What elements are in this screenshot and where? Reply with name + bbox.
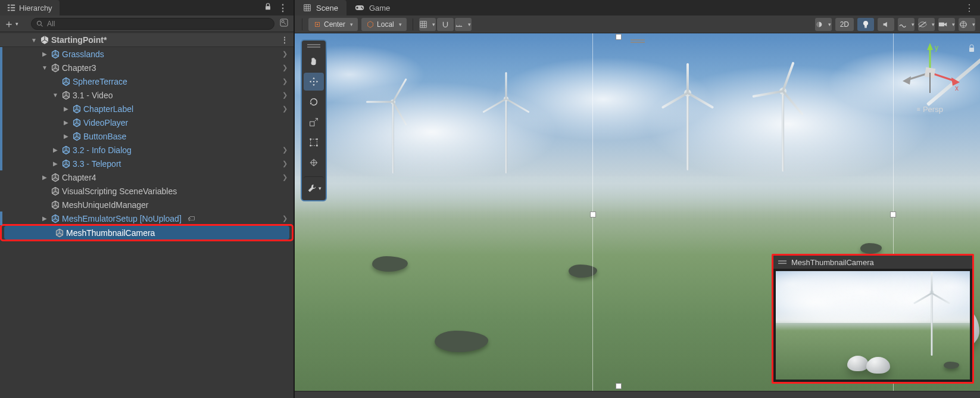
expand-arrow[interactable]: ▼: [40, 64, 49, 71]
scene-menu-icon[interactable]: ⋮: [280, 35, 289, 45]
svg-line-11: [284, 23, 286, 24]
tab-scene[interactable]: Scene: [295, 0, 347, 15]
hierarchy-tree[interactable]: ▼ StartingPoint* ⋮ ▶Grasslands❯▼Chapter3…: [0, 32, 294, 398]
expand-arrow[interactable]: ▼: [51, 92, 60, 98]
override-marker: [0, 129, 2, 143]
move-tool[interactable]: [304, 73, 324, 91]
wind-turbine-large: [967, 33, 980, 266]
scene-viewport[interactable]: ▾ y x: [295, 33, 980, 391]
tab-game-label: Game: [369, 4, 390, 13]
tree-row[interactable]: ▶VisualScripting SceneVariables: [0, 184, 294, 198]
camera-preview-title: MeshThumbnailCamera: [791, 258, 874, 267]
tree-row[interactable]: ▼3.1 - Video❯: [0, 88, 294, 102]
scale-tool[interactable]: [304, 113, 324, 131]
open-prefab-chevron[interactable]: ❯: [282, 173, 288, 181]
svg-rect-32: [311, 139, 317, 146]
override-marker: [0, 102, 2, 116]
lock-icon[interactable]: [264, 2, 272, 13]
overlay-drag-handle[interactable]: [631, 39, 645, 44]
selection-handle[interactable]: [616, 384, 621, 388]
fx-toggle[interactable]: [898, 18, 915, 31]
override-marker: [0, 212, 2, 225]
tree-item-label: 3.1 - Video: [73, 91, 115, 100]
tree-row[interactable]: ▶ChapterLabel❯: [0, 102, 294, 116]
svg-rect-25: [864, 27, 867, 28]
audio-toggle[interactable]: [878, 18, 894, 31]
tree-row[interactable]: ▶Grasslands❯: [0, 47, 294, 61]
visibility-toggle[interactable]: [918, 18, 935, 31]
selection-handle[interactable]: [591, 212, 595, 217]
tree-row[interactable]: ▶MeshUniqueIdManager: [0, 198, 294, 212]
snap-increment-button[interactable]: [437, 18, 454, 31]
tools-drag-handle[interactable]: [307, 44, 320, 48]
expand-arrow[interactable]: ▶: [40, 51, 49, 57]
hierarchy-tab-label: Hierarchy: [19, 4, 52, 13]
override-marker: [0, 61, 2, 74]
tree-row[interactable]: ▶VideoPlayer: [0, 116, 294, 129]
open-prefab-chevron[interactable]: ❯: [282, 214, 288, 222]
hierarchy-tab[interactable]: Hierarchy: [0, 0, 60, 15]
grid-snap-button[interactable]: [419, 18, 436, 31]
open-prefab-chevron[interactable]: ❯: [282, 105, 288, 113]
tree-row[interactable]: ▶3.2 - Info Dialog❯: [0, 143, 294, 157]
expand-arrow[interactable]: ▶: [62, 119, 70, 126]
expand-arrow[interactable]: ▶: [62, 133, 70, 139]
ruler-icon: [455, 20, 463, 29]
open-prefab-chevron[interactable]: ❯: [282, 91, 288, 99]
custom-tools-button[interactable]: ▾: [304, 176, 324, 197]
tree-item-label: 3.2 - Info Dialog: [73, 145, 134, 155]
tree-row[interactable]: ▶3.3 - Teleport❯: [0, 157, 294, 170]
camera-button[interactable]: [938, 18, 955, 31]
gizmo-lock-icon[interactable]: [968, 44, 975, 54]
tree-row[interactable]: ▶MeshEmulatorSetup [NoUpload]🏷❯: [0, 212, 294, 225]
toggle-2d-button[interactable]: 2D: [835, 18, 854, 31]
draw-mode-button[interactable]: [815, 18, 832, 31]
open-prefab-chevron[interactable]: ❯: [282, 77, 288, 85]
wind-turbine: [676, 81, 700, 170]
space-mode-button[interactable]: Local: [361, 18, 407, 31]
expand-arrow[interactable]: ▶: [40, 174, 49, 181]
panel-menu-icon[interactable]: ⋮: [278, 2, 288, 14]
preview-drag-handle[interactable]: [778, 260, 787, 264]
selection-handle[interactable]: [891, 212, 895, 217]
tree-item-label: ButtonBase: [83, 132, 129, 141]
open-prefab-chevron[interactable]: ❯: [282, 50, 288, 58]
tree-row[interactable]: ▶ButtonBase: [0, 129, 294, 143]
camera-preview-header[interactable]: MeshThumbnailCamera: [773, 256, 972, 269]
lighting-toggle[interactable]: [857, 18, 874, 31]
rotate-tool[interactable]: [304, 93, 324, 111]
expand-arrow[interactable]: ▶: [62, 105, 70, 112]
selection-handle[interactable]: [616, 35, 621, 39]
globe-icon: [959, 20, 967, 29]
expand-arrow[interactable]: ▶: [51, 160, 60, 167]
rect-tool[interactable]: [304, 133, 324, 151]
transform-tool[interactable]: [304, 154, 324, 172]
search-placeholder: All: [47, 20, 55, 28]
open-prefab-chevron[interactable]: ❯: [282, 146, 288, 154]
tree-row[interactable]: ▶Chapter4❯: [0, 170, 294, 184]
scene-panel-menu-icon[interactable]: ⋮: [959, 0, 980, 15]
open-prefab-chevron[interactable]: ❯: [282, 64, 288, 71]
snap-settings-button[interactable]: [455, 18, 472, 31]
expand-arrow[interactable]: ▶: [40, 215, 49, 222]
orientation-gizmo[interactable]: y x ≡Persp: [894, 43, 966, 126]
gizmos-button[interactable]: [959, 18, 975, 31]
pivot-mode-button[interactable]: Center: [308, 18, 358, 31]
tab-scene-label: Scene: [316, 4, 338, 13]
tree-row[interactable]: ▶SphereTerrace❯: [0, 74, 294, 88]
hand-tool[interactable]: [304, 52, 324, 70]
projection-label[interactable]: ≡Persp: [917, 105, 943, 114]
tree-row[interactable]: ▶MeshThumbnailCamera: [4, 226, 289, 240]
create-button[interactable]: ＋ ▾: [4, 17, 27, 31]
tab-game[interactable]: Game: [347, 0, 398, 15]
search-input[interactable]: All: [31, 18, 274, 30]
wrench-icon: [307, 183, 317, 194]
gameobject-icon: [50, 172, 61, 183]
tree-row[interactable]: ▼Chapter3❯: [0, 61, 294, 74]
scene-name: StartingPoint*: [51, 35, 109, 45]
scene-row[interactable]: ▼ StartingPoint* ⋮: [0, 33, 294, 47]
expand-arrow[interactable]: ▶: [51, 147, 60, 153]
override-marker: [0, 157, 2, 170]
open-prefab-chevron[interactable]: ❯: [282, 160, 288, 167]
search-by-type-icon[interactable]: [278, 18, 290, 30]
